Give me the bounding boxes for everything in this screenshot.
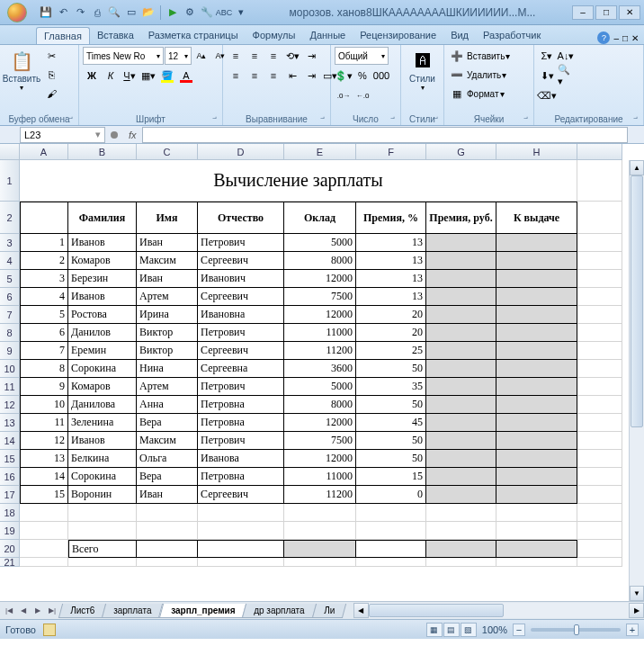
cell[interactable]: Белкина (68, 450, 137, 468)
cell[interactable]: 50 (356, 450, 426, 468)
page-break-button[interactable]: ▧ (461, 623, 477, 637)
help-icon[interactable]: ? (597, 31, 610, 44)
cell[interactable]: Сергеевич (198, 486, 284, 504)
undo-icon[interactable]: ↶ (56, 5, 70, 20)
cell[interactable]: Зеленина (68, 414, 137, 432)
decrease-decimal-icon[interactable]: ←.0 (353, 86, 371, 104)
row-header[interactable]: 13 (0, 414, 20, 432)
cell[interactable]: Оклад (284, 202, 356, 234)
cell[interactable] (284, 558, 356, 567)
scroll-left-button[interactable]: ◀ (353, 603, 369, 618)
office-button[interactable] (0, 0, 34, 25)
cell[interactable]: Сергеевна (198, 360, 284, 378)
cell[interactable] (426, 432, 496, 450)
cell[interactable]: Премия, руб. (426, 202, 496, 234)
font-size-combo[interactable]: 12▾ (165, 47, 192, 65)
cell[interactable]: 12000 (284, 306, 356, 324)
cell[interactable] (426, 270, 496, 288)
decrease-indent-icon[interactable]: ⇤ (283, 67, 301, 85)
cell[interactable]: Имя (137, 202, 198, 234)
zoom-level[interactable]: 100% (482, 624, 507, 635)
cell[interactable]: Фамилия (68, 202, 137, 234)
delete-row-button[interactable]: ➖Удалить▾ (448, 66, 506, 84)
cell[interactable]: Иван (137, 270, 198, 288)
cell[interactable]: Петрович (198, 432, 284, 450)
increase-decimal-icon[interactable]: .0→ (335, 86, 353, 104)
cell[interactable]: Иванов (68, 234, 137, 252)
format-painter-icon[interactable]: 🖌 (42, 85, 60, 103)
cell[interactable] (496, 558, 577, 567)
cell[interactable]: Березин (68, 270, 137, 288)
ribbon-tab-3[interactable]: Формулы (246, 27, 303, 44)
cell[interactable] (577, 342, 622, 360)
row-header[interactable]: 4 (0, 252, 20, 270)
percent-icon[interactable]: % (353, 67, 371, 85)
row-header[interactable]: 15 (0, 450, 20, 468)
cell[interactable]: 50 (356, 432, 426, 450)
cell[interactable]: 7500 (284, 288, 356, 306)
macro-record-icon[interactable] (43, 624, 56, 636)
cell[interactable] (426, 522, 496, 540)
align-bottom-icon[interactable]: ≡ (264, 47, 282, 65)
cell[interactable] (577, 540, 622, 558)
next-sheet-button[interactable]: ▶ (31, 604, 45, 618)
cell[interactable] (426, 252, 496, 270)
hscroll-thumb[interactable] (369, 604, 504, 617)
cell[interactable]: 12000 (284, 414, 356, 432)
scroll-up-button[interactable]: ▲ (630, 160, 644, 175)
col-header-C[interactable]: C (137, 144, 198, 160)
cell[interactable]: 11000 (284, 324, 356, 342)
row-header[interactable]: 10 (0, 360, 20, 378)
cell[interactable] (577, 504, 622, 522)
close-button[interactable]: ✕ (619, 5, 640, 20)
cell[interactable]: Виктор (137, 324, 198, 342)
cell[interactable]: 3 (20, 270, 68, 288)
col-header-A[interactable]: A (20, 144, 68, 160)
name-box[interactable]: L23▾ (20, 127, 105, 143)
cell[interactable] (496, 252, 577, 270)
cell[interactable]: 3600 (284, 360, 356, 378)
ribbon-tab-2[interactable]: Разметка страницы (141, 27, 246, 44)
row-header[interactable]: 7 (0, 306, 20, 324)
cell[interactable]: 20 (356, 324, 426, 342)
scroll-right-button[interactable]: ▶ (629, 603, 644, 618)
open-icon[interactable]: 📂 (141, 5, 156, 20)
cell[interactable] (496, 288, 577, 306)
cell[interactable]: 9 (20, 378, 68, 396)
cell[interactable] (356, 558, 426, 567)
sort-icon[interactable]: A↓▾ (557, 47, 575, 65)
cell[interactable] (68, 504, 137, 522)
first-sheet-button[interactable]: |◀ (2, 604, 16, 618)
zoom-slider[interactable] (531, 628, 621, 632)
cell[interactable]: 8 (20, 360, 68, 378)
col-header-B[interactable]: B (68, 144, 137, 160)
cell[interactable] (496, 270, 577, 288)
cell[interactable]: 0 (356, 486, 426, 504)
cell[interactable] (426, 378, 496, 396)
fx-icon[interactable]: fx (123, 130, 142, 140)
zoom-slider-thumb[interactable] (574, 624, 579, 635)
cell[interactable]: Иванович (198, 270, 284, 288)
cell[interactable]: 12000 (284, 270, 356, 288)
cell[interactable] (496, 504, 577, 522)
row-header[interactable]: 19 (0, 522, 20, 540)
cell[interactable] (426, 414, 496, 432)
cell[interactable]: 1 (20, 234, 68, 252)
cell[interactable]: 13 (20, 450, 68, 468)
cell[interactable] (284, 504, 356, 522)
row-header[interactable]: 21 (0, 558, 20, 567)
cell[interactable]: 13 (356, 288, 426, 306)
row-header[interactable]: 3 (0, 234, 20, 252)
col-header-F[interactable]: F (356, 144, 426, 160)
cell[interactable] (577, 396, 622, 414)
cell[interactable] (137, 540, 198, 558)
cell[interactable] (577, 252, 622, 270)
sheet-tab-0[interactable]: Лист6 (58, 604, 107, 618)
sheet-tab-1[interactable]: зарплата (102, 604, 164, 618)
ribbon-tab-6[interactable]: Вид (443, 27, 476, 44)
cell[interactable]: Иванов (68, 432, 137, 450)
cell[interactable] (496, 234, 577, 252)
spell-icon[interactable]: ABC (217, 5, 231, 20)
horizontal-scrollbar[interactable]: ◀ ▶ (353, 603, 644, 618)
last-sheet-button[interactable]: ▶| (45, 604, 59, 618)
